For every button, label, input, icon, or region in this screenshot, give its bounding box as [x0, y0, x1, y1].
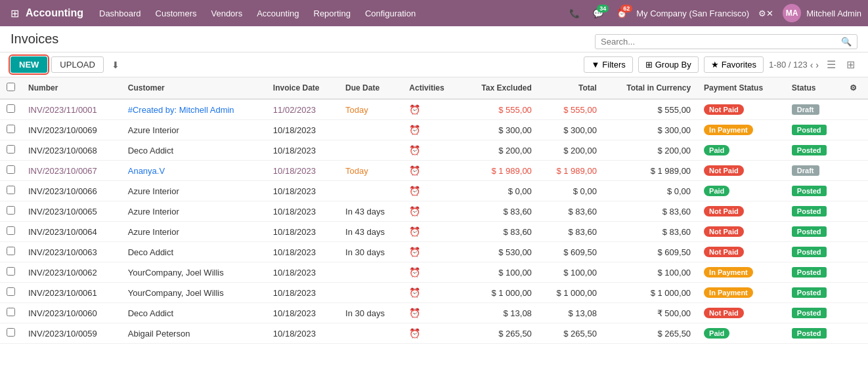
row-checkbox[interactable] — [0, 201, 22, 222]
filters-button[interactable]: ▼ Filters — [584, 56, 632, 73]
activity-clock[interactable]: ⏰ — [402, 242, 461, 262]
chat-button[interactable]: 💬 34 — [589, 6, 607, 21]
nav-dashboard[interactable]: Dashboard — [93, 6, 148, 21]
customer-name[interactable]: YourCompany, Joel Willis — [121, 262, 267, 283]
col-activities[interactable]: Activities — [402, 77, 461, 99]
due-date[interactable]: In 43 days — [339, 201, 402, 222]
due-date[interactable] — [339, 140, 402, 161]
row-checkbox[interactable] — [0, 242, 22, 262]
due-date[interactable]: In 30 days — [339, 303, 402, 323]
invoice-number[interactable]: INV/2023/10/0060 — [22, 303, 121, 323]
invoice-date[interactable]: 10/18/2023 — [267, 262, 339, 283]
customer-name[interactable]: Ananya.V — [121, 161, 267, 181]
list-view-button[interactable]: ☰ — [824, 57, 838, 72]
col-due-date[interactable]: Due Date — [339, 77, 402, 99]
invoice-number[interactable]: INV/2023/10/0066 — [22, 181, 121, 201]
activity-clock[interactable]: ⏰ — [402, 262, 461, 283]
col-payment-status[interactable]: Payment Status — [697, 77, 785, 99]
customer-name[interactable]: Azure Interior — [121, 120, 267, 140]
row-checkbox[interactable] — [0, 262, 22, 283]
due-date[interactable]: Today — [339, 99, 402, 120]
invoice-date[interactable]: 10/18/2023 — [267, 303, 339, 323]
activity-clock[interactable]: ⏰ — [402, 303, 461, 323]
activity-button[interactable]: ⏰ 62 — [613, 6, 631, 21]
activity-clock[interactable]: ⏰ — [402, 120, 461, 140]
row-checkbox[interactable] — [0, 120, 22, 140]
due-date[interactable] — [339, 262, 402, 283]
next-page-button[interactable]: › — [815, 60, 819, 70]
row-checkbox[interactable] — [0, 283, 22, 303]
new-button[interactable]: NEW — [11, 56, 47, 73]
activity-clock[interactable]: ⏰ — [402, 140, 461, 161]
username[interactable]: Mitchell Admin — [806, 9, 861, 18]
due-date[interactable]: Today — [339, 161, 402, 181]
invoice-number[interactable]: INV/2023/10/0062 — [22, 262, 121, 283]
invoice-date[interactable]: 10/18/2023 — [267, 201, 339, 222]
invoice-number[interactable]: INV/2023/10/0063 — [22, 242, 121, 262]
row-checkbox[interactable] — [0, 161, 22, 181]
invoice-date[interactable]: 10/18/2023 — [267, 283, 339, 303]
avatar[interactable]: MA — [783, 4, 801, 22]
due-date[interactable] — [339, 283, 402, 303]
customer-name[interactable]: Deco Addict — [121, 140, 267, 161]
col-total-currency[interactable]: Total in Currency — [603, 77, 697, 99]
invoice-number[interactable]: INV/2023/10/0069 — [22, 120, 121, 140]
due-date[interactable] — [339, 323, 402, 344]
col-status[interactable]: Status — [785, 77, 843, 99]
row-checkbox[interactable] — [0, 181, 22, 201]
phone-button[interactable]: 📞 — [565, 6, 584, 21]
activity-clock[interactable]: ⏰ — [402, 201, 461, 222]
customer-name[interactable]: Azure Interior — [121, 201, 267, 222]
customer-name[interactable]: Deco Addict — [121, 303, 267, 323]
search-input[interactable] — [601, 37, 841, 47]
nav-accounting[interactable]: Accounting — [250, 6, 305, 21]
favorites-button[interactable]: ★ Favorites — [704, 56, 764, 73]
invoice-date[interactable]: 10/18/2023 — [267, 222, 339, 242]
customer-name[interactable]: Azure Interior — [121, 181, 267, 201]
invoice-number[interactable]: INV/2023/10/0067 — [22, 161, 121, 181]
activity-clock[interactable]: ⏰ — [402, 283, 461, 303]
company-selector[interactable]: My Company (San Francisco) — [636, 9, 749, 18]
col-total[interactable]: Total — [538, 77, 603, 99]
invoice-number[interactable]: INV/2023/11/0001 — [22, 99, 121, 120]
download-button[interactable]: ⬇ — [108, 57, 123, 73]
customer-name[interactable]: #Created by: Mitchell Admin — [121, 99, 267, 120]
col-tax-excluded[interactable]: Tax Excluded — [462, 77, 538, 99]
nav-vendors[interactable]: Vendors — [204, 6, 249, 21]
invoice-date[interactable]: 10/18/2023 — [267, 181, 339, 201]
col-invoice-date[interactable]: Invoice Date — [267, 77, 339, 99]
due-date[interactable] — [339, 120, 402, 140]
customer-name[interactable]: YourCompany, Joel Willis — [121, 283, 267, 303]
nav-reporting[interactable]: Reporting — [307, 6, 357, 21]
invoice-number[interactable]: INV/2023/10/0064 — [22, 222, 121, 242]
invoice-date[interactable]: 10/18/2023 — [267, 242, 339, 262]
invoice-date[interactable]: 10/18/2023 — [267, 140, 339, 161]
row-checkbox[interactable] — [0, 99, 22, 120]
settings-button[interactable]: ⚙ ✕ — [754, 6, 777, 21]
invoice-number[interactable]: INV/2023/10/0065 — [22, 201, 121, 222]
invoice-date[interactable]: 11/02/2023 — [267, 99, 339, 120]
upload-button[interactable]: UPLOAD — [51, 56, 103, 73]
activity-clock[interactable]: ⏰ — [402, 161, 461, 181]
customer-name[interactable]: Azure Interior — [121, 222, 267, 242]
row-checkbox[interactable] — [0, 323, 22, 344]
activity-clock[interactable]: ⏰ — [402, 222, 461, 242]
due-date[interactable] — [339, 181, 402, 201]
customer-name[interactable]: Deco Addict — [121, 242, 267, 262]
row-checkbox[interactable] — [0, 140, 22, 161]
invoice-number[interactable]: INV/2023/10/0061 — [22, 283, 121, 303]
group-by-button[interactable]: ⊞ Group By — [638, 56, 699, 73]
nav-configuration[interactable]: Configuration — [358, 6, 422, 21]
nav-customers[interactable]: Customers — [149, 6, 204, 21]
activity-clock[interactable]: ⏰ — [402, 181, 461, 201]
select-all-checkbox[interactable] — [0, 77, 22, 99]
col-number[interactable]: Number — [22, 77, 121, 99]
col-customer[interactable]: Customer — [121, 77, 267, 99]
apps-menu-icon[interactable]: ⊞ — [7, 5, 23, 22]
customer-name[interactable]: Abigail Peterson — [121, 323, 267, 344]
invoice-number[interactable]: INV/2023/10/0059 — [22, 323, 121, 344]
prev-page-button[interactable]: ‹ — [810, 60, 814, 70]
invoice-date[interactable]: 10/18/2023 — [267, 120, 339, 140]
row-checkbox[interactable] — [0, 303, 22, 323]
row-checkbox[interactable] — [0, 222, 22, 242]
